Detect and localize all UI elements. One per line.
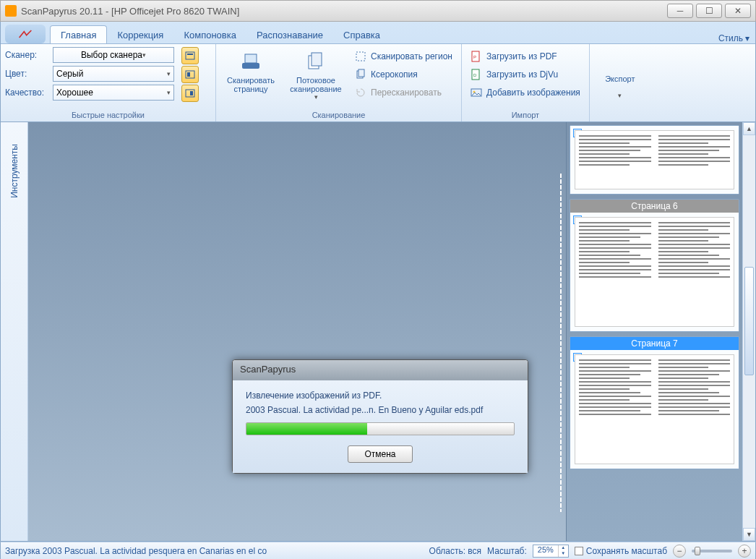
dialog-message-1: Извлечение изображений из PDF. xyxy=(246,391,515,401)
group-scan-label: Сканирование xyxy=(220,109,457,120)
pdf-icon: P xyxy=(471,51,482,62)
tools-label: Инструменты xyxy=(9,144,20,198)
dialog-title: ScanPapyrus xyxy=(233,360,528,380)
keep-zoom-check[interactable]: Сохранять масштаб xyxy=(575,546,667,556)
svg-rect-12 xyxy=(358,69,364,77)
zoom-slider[interactable] xyxy=(692,550,732,552)
tools-sidebar[interactable]: Инструменты xyxy=(1,122,28,541)
scroll-thumb[interactable] xyxy=(744,267,754,375)
minimize-button[interactable]: ─ xyxy=(667,4,693,18)
scanner-icon xyxy=(238,48,264,74)
image-icon xyxy=(471,87,482,98)
status-zoom-label: Масштаб: xyxy=(487,546,527,556)
svg-rect-5 xyxy=(190,91,193,95)
add-images-button[interactable]: Добавить изображения xyxy=(471,85,580,101)
quality-label: Качество: xyxy=(5,88,50,98)
tab-help[interactable]: Справка xyxy=(333,26,390,43)
photocopy-button[interactable]: Ксерокопия xyxy=(355,67,452,82)
scroll-down-icon[interactable]: ▼ xyxy=(743,528,755,541)
zoom-out-button[interactable]: − xyxy=(673,545,686,558)
progress-dialog: ScanPapyrus Извлечение изображений из PD… xyxy=(232,359,528,474)
rescan-button: Пересканировать xyxy=(355,85,452,101)
ribbon: Главная Коррекция Компоновка Распознаван… xyxy=(0,22,756,122)
group-import-label: Импорт xyxy=(466,109,585,120)
cancel-button[interactable]: Отмена xyxy=(348,445,412,463)
progress-fill xyxy=(246,423,367,435)
scroll-up-icon[interactable]: ▲ xyxy=(743,122,755,135)
scanner-combo[interactable]: Выбор сканера▾ xyxy=(53,47,174,63)
orientation-btn-2[interactable] xyxy=(181,66,199,83)
group-quick-settings: Сканер: Выбор сканера▾ Цвет: Серый▾ Каче… xyxy=(1,44,216,121)
checkbox-icon xyxy=(575,547,583,555)
close-button[interactable]: ✕ xyxy=(725,4,751,18)
window-title: ScanPapyrus 20.11 - [HP Officejet Pro 86… xyxy=(21,6,667,17)
canvas[interactable] xyxy=(28,122,566,541)
svg-rect-3 xyxy=(187,72,190,77)
tab-correction[interactable]: Коррекция xyxy=(107,26,173,43)
batch-scan-button[interactable]: Потоковое сканирование▾ xyxy=(285,47,346,109)
orientation-btn-3[interactable] xyxy=(181,85,199,102)
region-icon xyxy=(355,51,366,62)
maximize-button[interactable]: ☐ xyxy=(696,4,722,18)
color-label: Цвет: xyxy=(5,69,50,79)
group-scan: Сканировать страницу Потоковое сканирова… xyxy=(216,44,462,121)
status-loading: Загрузка 2003 Pascual. La actividad pesq… xyxy=(5,546,424,556)
scan-region-button[interactable]: Сканировать регион xyxy=(355,48,452,64)
copy-icon xyxy=(355,69,366,80)
orientation-btn-1[interactable] xyxy=(181,47,199,64)
chevron-up-icon[interactable]: ▲ xyxy=(558,545,568,551)
thumb-title-7: Страница 7 xyxy=(570,337,739,350)
color-combo[interactable]: Серый▾ xyxy=(53,66,174,82)
tab-layout[interactable]: Компоновка xyxy=(173,26,246,43)
app-icon xyxy=(5,5,17,17)
zoom-value: 25% xyxy=(533,545,558,557)
zoom-spinner[interactable]: 25% ▲▼ xyxy=(533,545,569,558)
thumbs-scrollbar[interactable]: ▲ ▼ xyxy=(742,122,755,541)
chevron-down-icon[interactable]: ▼ xyxy=(558,551,568,557)
group-quick-label: Быстрые настройки xyxy=(5,109,211,120)
style-button[interactable]: Стиль▾ xyxy=(718,33,749,43)
svg-text:D: D xyxy=(473,73,477,77)
status-bar: Загрузка 2003 Pascual. La actividad pesq… xyxy=(0,542,756,559)
load-djvu-button[interactable]: DЗагрузить из DjVu xyxy=(471,67,580,82)
svg-rect-1 xyxy=(187,54,193,55)
slider-knob[interactable] xyxy=(695,547,700,555)
zoom-in-button[interactable]: + xyxy=(738,545,751,558)
progress-bar xyxy=(246,422,515,435)
rescan-icon xyxy=(355,87,366,98)
tab-main[interactable]: Главная xyxy=(50,25,107,43)
pages-icon xyxy=(303,48,329,74)
title-bar: ScanPapyrus 20.11 - [HP Officejet Pro 86… xyxy=(0,0,756,22)
dialog-message-2: 2003 Pascual. La actividad pe...n. En Bu… xyxy=(246,405,515,415)
thumb-card-7[interactable]: Страница 7 xyxy=(570,336,739,469)
group-export: Экспорт▾ xyxy=(590,44,650,121)
ribbon-content: Сканер: Выбор сканера▾ Цвет: Серый▾ Каче… xyxy=(1,43,755,121)
svg-rect-9 xyxy=(312,53,322,66)
main-area: Инструменты Страница 6 Страница 7 ▲ ▼ xyxy=(0,122,756,542)
status-area: Область: вся xyxy=(429,546,482,556)
djvu-icon: D xyxy=(471,69,482,80)
thumbnails-panel: Страница 6 Страница 7 xyxy=(566,122,742,541)
thumb-card-partial[interactable] xyxy=(570,125,739,195)
svg-rect-0 xyxy=(186,52,194,59)
quick-access-toolbar[interactable] xyxy=(5,25,46,43)
load-pdf-button[interactable]: PЗагрузить из PDF xyxy=(471,48,580,64)
thumb-title-6: Страница 6 xyxy=(570,200,739,213)
quality-combo[interactable]: Хорошее▾ xyxy=(53,85,174,101)
svg-rect-7 xyxy=(245,54,257,63)
svg-rect-6 xyxy=(242,63,259,69)
group-import: PЗагрузить из PDF DЗагрузить из DjVu Доб… xyxy=(462,44,590,121)
thumb-card-6[interactable]: Страница 6 xyxy=(570,199,739,332)
scanner-label: Сканер: xyxy=(5,50,50,60)
svg-rect-10 xyxy=(356,52,365,61)
export-button[interactable]: Экспорт▾ xyxy=(594,47,646,109)
tab-row: Главная Коррекция Компоновка Распознаван… xyxy=(1,22,755,43)
dotline xyxy=(560,173,562,512)
tab-ocr[interactable]: Распознавание xyxy=(246,26,333,43)
scan-page-button[interactable]: Сканировать страницу xyxy=(220,47,281,109)
svg-text:P: P xyxy=(473,55,476,59)
